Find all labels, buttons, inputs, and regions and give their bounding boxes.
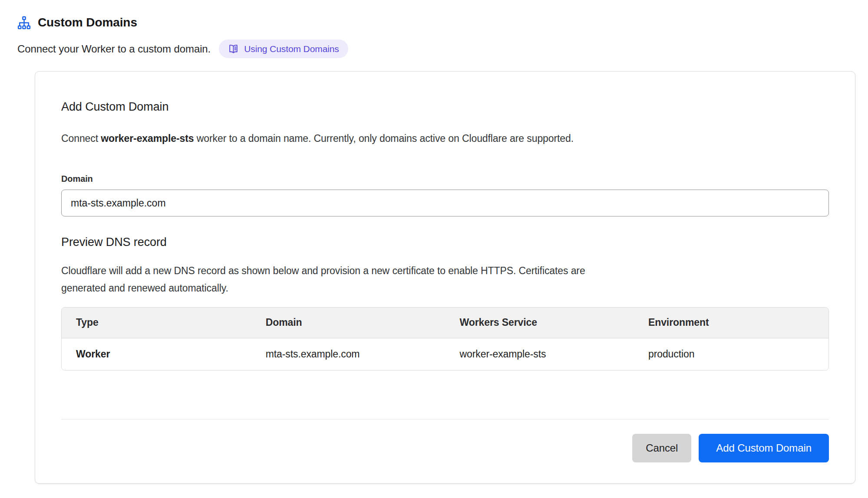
footer-divider <box>61 419 829 419</box>
panel-description-suffix: worker to a domain name. Currently, only… <box>194 133 574 144</box>
column-header-environment: Environment <box>648 308 828 338</box>
preview-dns-heading: Preview DNS record <box>61 236 829 249</box>
panel-description: Connect worker-example-sts worker to a d… <box>61 133 829 144</box>
preview-desc-line2: generated and renewed automatically. <box>61 282 228 294</box>
panel-description-prefix: Connect <box>61 133 101 144</box>
page-subtitle: Connect your Worker to a custom domain. <box>17 43 211 55</box>
custom-domains-page: Custom Domains Connect your Worker to a … <box>0 0 868 484</box>
docs-link-label: Using Custom Domains <box>244 44 339 54</box>
column-header-workers-service: Workers Service <box>460 308 648 338</box>
page-title: Custom Domains <box>38 16 137 29</box>
domain-input[interactable] <box>61 190 829 216</box>
panel-heading: Add Custom Domain <box>61 100 829 114</box>
action-buttons-row: Cancel Add Custom Domain <box>61 434 829 462</box>
column-header-domain: Domain <box>266 308 460 338</box>
add-custom-domain-panel: Add Custom Domain Connect worker-example… <box>35 71 855 484</box>
column-header-type: Type <box>62 308 266 338</box>
cell-domain: mta-sts.example.com <box>266 338 460 370</box>
docs-link[interactable]: Using Custom Domains <box>219 39 348 58</box>
preview-desc-line1: Cloudflare will add a new DNS record as … <box>61 265 585 276</box>
table-header-row: Type Domain Workers Service Environment <box>62 308 828 338</box>
page-title-row: Custom Domains <box>17 16 868 29</box>
domain-label: Domain <box>61 174 829 184</box>
cell-environment: production <box>648 338 828 370</box>
dns-preview-table: Type Domain Workers Service Environment … <box>61 307 829 370</box>
worker-name: worker-example-sts <box>101 133 194 144</box>
sitemap-icon <box>17 16 31 29</box>
table-row: Worker mta-sts.example.com worker-exampl… <box>62 338 828 370</box>
page-header: Custom Domains Connect your Worker to a … <box>17 16 868 58</box>
cell-type: Worker <box>62 338 266 370</box>
add-custom-domain-button[interactable]: Add Custom Domain <box>699 434 829 462</box>
cancel-button[interactable]: Cancel <box>632 434 691 462</box>
page-subtitle-row: Connect your Worker to a custom domain. … <box>17 39 868 58</box>
cell-workers-service: worker-example-sts <box>460 338 648 370</box>
preview-dns-description: Cloudflare will add a new DNS record as … <box>61 262 829 297</box>
open-book-icon <box>228 43 239 54</box>
